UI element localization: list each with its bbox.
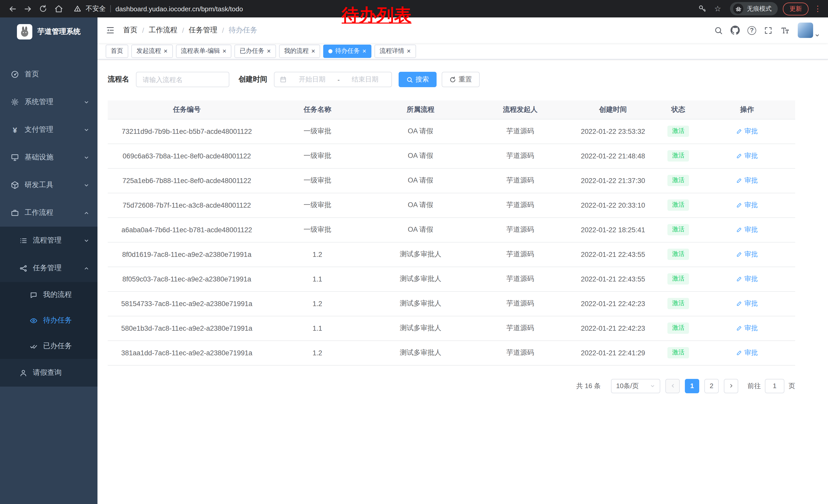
bookmark-star-icon[interactable]: ☆ [710,2,725,16]
close-icon[interactable]: × [363,48,366,54]
reset-button[interactable]: 重置 [442,72,480,87]
sidebar-item-task-management[interactable]: 任务管理 [0,254,97,282]
process-name-input[interactable] [136,72,229,87]
cell-status: 激活 [658,168,699,193]
close-icon[interactable]: × [222,48,226,54]
approve-link[interactable]: 审批 [736,176,758,185]
active-tab-dot [329,49,333,53]
cell-process: OA 请假 [369,168,472,193]
address-bar[interactable]: 不安全 dashboard.yudao.iocoder.cn/bpm/task/… [67,4,694,13]
close-icon[interactable]: × [312,48,315,54]
sidebar-item-todo-tasks[interactable]: 待办任务 [0,308,97,333]
avatar[interactable] [798,22,813,38]
sidebar-item-workflow[interactable]: 工作流程 [0,199,97,227]
close-icon[interactable]: × [407,48,411,54]
page-button-2[interactable]: 2 [704,379,719,393]
main-area: 首页 / 工作流程 / 任务管理 / 待办任务 ? [97,17,828,504]
sidebar-collapse-icon[interactable] [106,26,115,35]
process-name-label: 流程名 [108,75,129,84]
page-size-select[interactable]: 10条/页 [611,379,660,393]
sidebar: 芋道管理系统 首页 系统管理 ¥ [0,17,97,504]
browser-refresh-button[interactable] [36,2,50,16]
sidebar-item-label: 已办任务 [43,341,72,351]
fullscreen-icon[interactable] [764,26,773,35]
breadcrumb-item[interactable]: 工作流程 [149,26,177,35]
password-key-icon[interactable] [695,2,709,16]
search-icon[interactable] [714,26,723,35]
browser-back-button[interactable] [5,2,19,16]
sidebar-item-done-tasks[interactable]: 已办任务 [0,333,97,359]
help-icon[interactable]: ? [747,26,756,35]
column-header-process: 所属流程 [369,100,472,119]
sidebar-item-my-process[interactable]: 我的流程 [0,282,97,308]
security-label[interactable]: 不安全 [86,4,106,13]
sidebar-item-payment[interactable]: ¥ 支付管理 [0,116,97,144]
url-text[interactable]: dashboard.yudao.iocoder.cn/bpm/task/todo [115,5,243,12]
cell-task-name: 1.2 [266,340,369,365]
tab-process-detail[interactable]: 流程详情× [374,44,416,58]
sidebar-item-system[interactable]: 系统管理 [0,88,97,116]
page-button-1[interactable]: 1 [685,379,699,393]
start-date-placeholder[interactable]: 开始日期 [291,75,333,84]
cell-initiator: 芋道源码 [472,242,568,267]
update-button[interactable]: 更新 [783,2,809,15]
sidebar-item-leave-query[interactable]: 请假查询 [0,359,97,386]
chevron-down-icon [84,99,89,105]
cell-task-name: 1.2 [266,242,369,267]
search-button[interactable]: 搜索 [399,72,437,87]
total-count-label: 共 16 条 [576,381,601,391]
approve-link[interactable]: 审批 [736,225,758,234]
app-logo[interactable]: 芋道管理系统 [0,17,97,46]
date-range-picker[interactable]: 开始日期 - 结束日期 [274,72,392,87]
cell-process: 测试多审批人 [369,316,472,340]
goto-page-input[interactable] [765,379,784,393]
cell-action: 审批 [699,217,795,242]
sidebar-item-process-management[interactable]: 流程管理 [0,227,97,254]
browser-forward-button[interactable] [20,2,35,16]
cube-icon [10,181,19,189]
close-icon[interactable]: × [164,48,167,54]
next-page-button[interactable] [724,379,738,393]
breadcrumb-item[interactable]: 任务管理 [189,26,217,35]
breadcrumb-item[interactable]: 首页 [123,26,137,35]
cell-action: 审批 [699,242,795,267]
approve-link[interactable]: 审批 [736,250,758,259]
sidebar-item-devtools[interactable]: 研发工具 [0,171,97,199]
sidebar-item-infrastructure[interactable]: 基础设施 [0,144,97,171]
table-row: a6aba0a4-7b6d-11ec-b781-acde48001122 一级审… [108,217,795,242]
browser-menu-icon[interactable]: ⋮ [813,4,823,13]
list-icon [18,237,28,244]
tab-todo-tasks[interactable]: 待办任务× [324,44,371,58]
cell-created: 2022-01-22 21:37:30 [569,168,658,193]
tab-start-process[interactable]: 发起流程× [131,44,173,58]
user-menu[interactable] [798,22,820,38]
tab-home[interactable]: 首页 [106,44,128,58]
tab-done-tasks[interactable]: 已办任务× [235,44,276,58]
end-date-placeholder[interactable]: 结束日期 [344,75,386,84]
approve-link[interactable]: 审批 [736,200,758,210]
refresh-icon [449,76,456,83]
cell-task-id: 73211d9d-7b9b-11ec-b5b7-acde48001122 [108,119,266,144]
cell-process: OA 请假 [369,119,472,144]
breadcrumb-item-current: 待办任务 [229,26,257,35]
tab-process-form-edit[interactable]: 流程表单-编辑× [176,44,232,58]
column-header-task-name: 任务名称 [266,100,369,119]
approve-link-label: 审批 [744,200,758,210]
font-size-icon[interactable] [780,26,790,35]
approve-link[interactable]: 审批 [736,274,758,283]
approve-link[interactable]: 审批 [736,127,758,136]
prev-page-button[interactable] [665,379,680,393]
tab-my-process[interactable]: 我的流程× [279,44,320,58]
close-icon[interactable]: × [267,48,271,54]
approve-link[interactable]: 审批 [736,151,758,161]
sidebar-item-home[interactable]: 首页 [0,60,97,88]
cell-created: 2022-01-21 22:42:23 [569,291,658,316]
approve-link[interactable]: 审批 [736,299,758,308]
approve-link[interactable]: 审批 [736,324,758,333]
cell-created: 2022-01-21 22:43:55 [569,267,658,291]
chevron-up-icon [84,210,89,216]
github-icon[interactable] [731,26,740,35]
browser-home-button[interactable] [51,2,66,16]
approve-link[interactable]: 审批 [736,348,758,357]
approve-link-label: 审批 [744,151,758,161]
